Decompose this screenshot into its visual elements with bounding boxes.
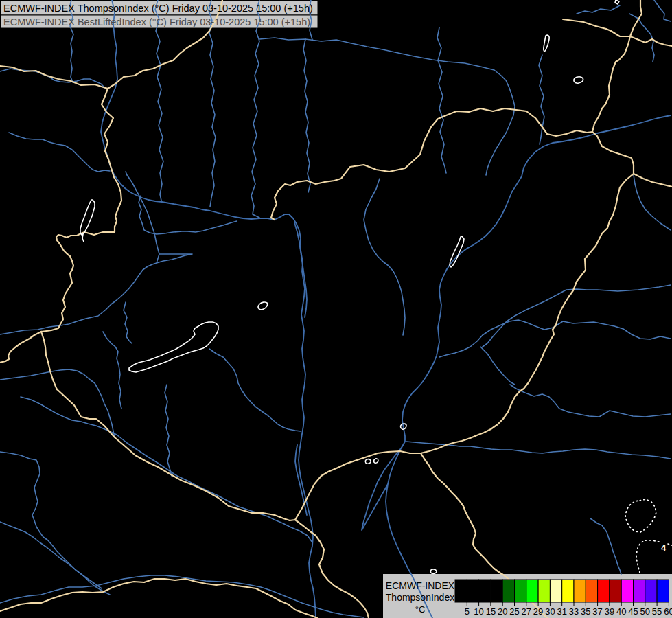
colorbar-cell bbox=[538, 580, 550, 602]
colorbar-cell bbox=[515, 580, 526, 602]
colorbar-cell bbox=[598, 580, 610, 602]
colorbar-cell bbox=[455, 580, 467, 602]
colorbar-label: 45 bbox=[628, 606, 638, 617]
colorbar-label: 15 bbox=[486, 606, 496, 617]
colorbar-label: 37 bbox=[592, 606, 602, 617]
colorbar-label: 10 bbox=[474, 606, 483, 617]
legend-model-label: ECMWF-INDEX bbox=[386, 580, 455, 591]
colorbar-cell bbox=[562, 580, 574, 602]
colorbar-cell bbox=[502, 580, 514, 602]
colorbar-cell bbox=[479, 580, 491, 602]
colorbar-cell bbox=[467, 580, 478, 602]
colorbar-label: 40 bbox=[616, 606, 626, 617]
colorbar-cell bbox=[610, 580, 621, 602]
colorbar-label: 50 bbox=[640, 606, 650, 617]
colorbar-label: 27 bbox=[522, 606, 531, 617]
title-line-1: ECMWF-INDEX ThompsonIndex (°C) Friday 03… bbox=[3, 3, 313, 14]
legend-index-label: ThompsonIndex bbox=[386, 592, 454, 603]
colorbar-cell bbox=[645, 580, 657, 602]
colorbar-label: 55 bbox=[652, 606, 662, 617]
colorbar-label: 39 bbox=[605, 606, 614, 617]
colorbar-label: 25 bbox=[509, 606, 519, 617]
colorbar-label: 31 bbox=[557, 606, 566, 617]
colorbar-cell bbox=[586, 580, 597, 602]
colorbar-label: 5 bbox=[465, 606, 470, 617]
legend-colorbar: 51015202527293031333537394045505560 bbox=[455, 580, 672, 617]
colorbar-label: 60 bbox=[664, 606, 672, 617]
legend-unit-label: °C bbox=[415, 604, 426, 615]
colorbar-label: 20 bbox=[498, 606, 507, 617]
colorbar-cell bbox=[634, 580, 645, 602]
colorbar-label: 35 bbox=[581, 606, 590, 617]
map-background bbox=[0, 0, 672, 618]
colorbar-cell bbox=[574, 580, 586, 602]
colorbar-cell bbox=[491, 580, 502, 602]
weather-map-screen: 4 ECMWF-INDEX ThompsonIndex (°C) Friday … bbox=[0, 0, 672, 618]
map-canvas: 4 ECMWF-INDEX ThompsonIndex (°C) Friday … bbox=[0, 0, 672, 618]
colorbar-cell bbox=[526, 580, 538, 602]
contour-value-label: 4 bbox=[661, 542, 667, 553]
colorbar-label: 29 bbox=[533, 606, 543, 617]
colorbar-cell bbox=[550, 580, 561, 602]
colorbar-label: 30 bbox=[545, 606, 555, 617]
title-line-2: ECMWF-INDEX BestLiftedIndex (°C) Friday … bbox=[3, 16, 310, 27]
colorbar-cell bbox=[621, 580, 633, 602]
colorbar-label: 33 bbox=[569, 606, 579, 617]
colorbar-cell bbox=[657, 580, 669, 602]
